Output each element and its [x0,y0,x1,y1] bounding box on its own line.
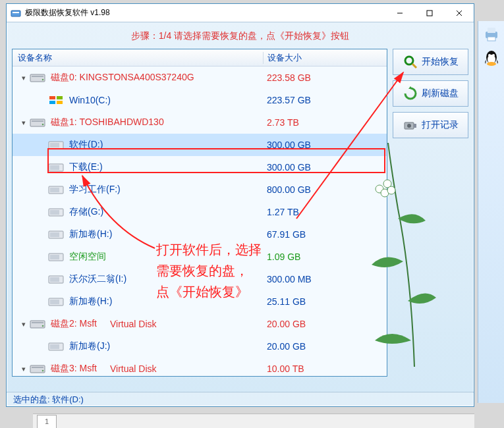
svg-rect-25 [50,232,59,237]
volume-icon [48,229,64,240]
tree-row-size: 25.11 GB [263,296,387,307]
svg-rect-32 [30,321,45,328]
tree-row-name: ▾磁盘1: TOSHIBAHDWD130 [18,117,263,128]
tree-row-label: 磁盘0: KINGSTONSA400S37240G [51,72,194,84]
close-button[interactable] [444,4,474,22]
svg-rect-23 [50,210,59,215]
minimize-button[interactable] [385,4,414,22]
svg-rect-12 [57,101,63,104]
tree-row-size: 223.57 GB [263,95,387,105]
svg-rect-9 [49,96,55,99]
column-header-name[interactable]: 设备名称 [13,52,263,64]
tree-row[interactable]: ▾新加卷(H:)67.91 GB [13,223,387,246]
tab-1[interactable]: 1 [37,415,57,428]
svg-rect-36 [50,344,59,349]
expander-icon[interactable]: ▾ [18,365,30,373]
tree-row-label: 新加卷(H:) [69,296,112,308]
tree-row[interactable]: ▾磁盘1: TOSHIBAHDWD1302.73 TB [13,111,387,134]
refresh-disks-button[interactable]: 刷新磁盘 [393,80,468,107]
tree-row-size: 1.09 GB [263,252,387,262]
volume-icon [48,162,64,173]
tree-row[interactable]: ▾软件(D:)300.00 GB [13,134,387,156]
tree-row-size: 10.00 TB [263,363,387,374]
svg-point-43 [407,124,411,128]
tree-row[interactable]: ▾学习工作(F:)800.00 GB [13,178,387,201]
main-window: 极限数据恢复软件 v1.98 步骤：1/4 请选择需要恢复的盘，点《开始恢复》按… [6,3,474,407]
tree-row-label-b: Virtual Disk [110,363,157,374]
volume-icon [48,207,64,217]
tree-row-size: 20.00 GB [263,341,387,352]
tree-row-name: ▾磁盘3: MsftVirtual Disk [18,363,263,375]
svg-rect-33 [32,322,43,323]
tree-row-label: 空闲空间 [69,251,106,263]
windows-logo-icon [48,95,64,105]
svg-rect-0 [11,11,20,16]
bottom-tab-strip: 1 [33,414,474,428]
tree-row-label: 学习工作(F:) [69,184,121,196]
tree-body: ▾磁盘0: KINGSTONSA400S37240G223.58 GB▾Win1… [13,67,387,377]
window-title: 极限数据恢复软件 v1.98 [25,7,385,18]
tree-row-name: ▾新加卷(H:) [18,296,263,308]
svg-rect-38 [32,367,43,368]
svg-rect-27 [50,255,59,259]
printer-icon[interactable] [482,25,501,43]
svg-rect-50 [488,28,495,33]
status-bar: 选中的盘: 软件(D:) [7,392,474,406]
tree-row[interactable]: ▾磁盘3: MsftVirtual Disk10.00 TB [13,358,387,377]
start-recovery-button[interactable]: 开始恢复 [393,49,468,75]
qq-icon[interactable] [482,49,501,67]
side-buttons: 开始恢复 刷新磁盘 打开记录 [393,49,468,377]
volume-icon [48,296,64,307]
volume-icon [48,274,64,284]
hdd-icon [30,319,45,329]
maximize-button[interactable] [414,4,444,22]
svg-point-40 [405,57,413,65]
expander-icon[interactable]: ▾ [18,119,30,127]
tree-row-size: 300.00 GB [263,140,387,150]
tree-row-size: 300.00 GB [263,162,387,173]
tree-row[interactable]: ▾空闲空间1.09 GB [13,246,387,268]
svg-point-54 [488,54,491,57]
app-icon [11,8,21,18]
tree-row-name: ▾软件(D:) [18,139,263,151]
tree-row[interactable]: ▾沃尔沃二翁(I:)300.00 MB [13,268,387,290]
refresh-icon [403,86,418,101]
tree-row-label: 存储(G:) [69,206,103,218]
expander-icon[interactable]: ▾ [18,74,30,82]
window-controls [385,4,474,22]
svg-point-39 [42,370,44,372]
svg-line-41 [412,64,416,68]
column-header-size[interactable]: 设备大小 [263,52,387,64]
tree-row-label: 下载(E:) [69,161,103,173]
svg-point-34 [42,325,44,327]
device-tree-panel: 设备名称 设备大小 ▾磁盘0: KINGSTONSA400S37240G223.… [12,49,387,377]
tree-row-size: 1.27 TB [263,207,387,217]
search-icon [403,55,418,69]
tree-row[interactable]: ▾新加卷(H:)25.11 GB [13,290,387,313]
expander-icon[interactable]: ▾ [18,320,30,329]
tree-row-label: 磁盘2: Msft [51,318,97,330]
tree-row-label: 磁盘3: Msft [51,363,97,375]
tree-row-name: ▾磁盘0: KINGSTONSA400S37240G [18,72,263,84]
tree-row-name: ▾新加卷(J:) [18,340,263,352]
svg-rect-3 [427,11,432,16]
tree-row-size: 800.00 GB [263,184,387,195]
tree-row-size: 20.00 GB [263,319,387,329]
svg-rect-13 [30,119,45,126]
tree-row-label: 新加卷(H:) [69,228,112,240]
tree-row[interactable]: ▾Win10(C:)223.57 GB [13,89,387,111]
open-records-button[interactable]: 打开记录 [393,112,468,138]
volume-icon [48,252,64,262]
refresh-disks-label: 刷新磁盘 [422,88,459,99]
tree-row[interactable]: ▾存储(G:)1.27 TB [13,201,387,223]
tree-row[interactable]: ▾下载(E:)300.00 GB [13,156,387,178]
tree-row[interactable]: ▾磁盘0: KINGSTONSA400S37240G223.58 GB [13,67,387,89]
tree-row[interactable]: ▾新加卷(J:)20.00 GB [13,335,387,358]
tree-row-label: 软件(D:) [69,139,103,151]
tree-row-label: Win10(C:) [69,95,111,105]
tree-row-size: 300.00 MB [263,274,387,284]
svg-point-56 [487,62,496,66]
svg-rect-44 [414,124,416,128]
tree-row[interactable]: ▾磁盘2: MsftVirtual Disk20.00 GB [13,313,387,335]
volume-icon [48,341,64,352]
